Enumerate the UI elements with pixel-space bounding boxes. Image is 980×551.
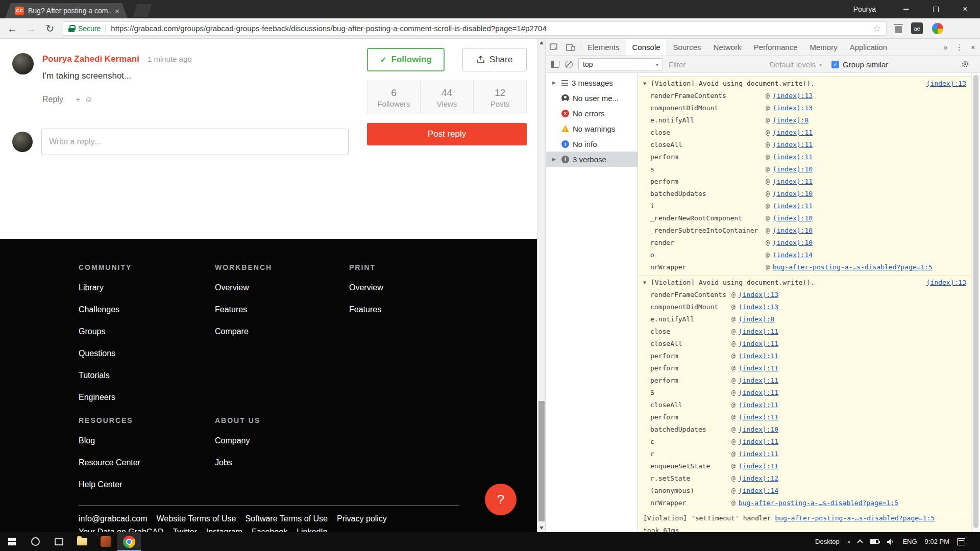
desktop-toolbar-label[interactable]: Desktop <box>815 538 840 545</box>
footer-link[interactable]: Resource Center <box>79 458 140 467</box>
cortana-button[interactable] <box>23 532 47 551</box>
refresh-button[interactable]: ↻ <box>44 23 56 34</box>
task-view-button[interactable] <box>47 532 70 551</box>
tab-network[interactable]: Network <box>707 39 748 56</box>
forward-button[interactable]: → <box>25 23 37 34</box>
reply-input[interactable] <box>41 129 349 155</box>
tab-close-icon[interactable]: × <box>115 7 119 15</box>
file-explorer-button[interactable] <box>70 532 94 551</box>
reply-link[interactable]: Reply <box>42 95 63 104</box>
source-link[interactable]: (index):14 <box>739 485 778 497</box>
footer-link[interactable]: Library <box>79 283 104 292</box>
add-reaction-button[interactable]: + ☺ <box>76 95 94 104</box>
source-link[interactable]: bug-after-posting-a-…s-disabled?page=1:5 <box>739 497 898 509</box>
source-link[interactable]: (index):11 <box>739 399 778 411</box>
footer-bottom-link[interactable]: info@grabcad.com <box>79 512 148 525</box>
footer-link[interactable]: Tutorials <box>79 371 110 380</box>
source-link[interactable]: (index):11 <box>739 325 778 338</box>
source-link[interactable]: (index):11 <box>773 139 813 151</box>
source-link[interactable]: (index):11 <box>739 436 778 448</box>
footer-bottom-link[interactable]: Software Terms of Use <box>245 512 328 525</box>
devtools-menu-icon[interactable]: ⋮ <box>952 43 966 52</box>
speaker-icon[interactable] <box>887 538 895 545</box>
footer-link[interactable]: Groups <box>79 327 105 336</box>
footer-link[interactable]: Jobs <box>215 458 232 467</box>
footer-link[interactable]: Overview <box>215 283 249 292</box>
source-link[interactable]: (index):13 <box>773 102 813 114</box>
share-button[interactable]: Share <box>462 48 527 71</box>
back-button[interactable]: ← <box>6 23 18 34</box>
device-toolbar-button[interactable] <box>562 39 579 56</box>
extension-ae-icon[interactable]: ae <box>911 22 923 34</box>
footer-bottom-link[interactable]: Website Terms of Use <box>157 512 236 525</box>
tab-console[interactable]: Console <box>626 39 667 56</box>
collapse-icon[interactable]: ▼ <box>643 78 651 90</box>
source-link[interactable]: (index):11 <box>739 338 778 350</box>
extension-color-icon[interactable] <box>932 23 943 34</box>
source-link[interactable]: (index):11 <box>773 151 813 163</box>
source-link[interactable]: (index):12 <box>739 472 778 485</box>
post-reply-button[interactable]: Post reply <box>367 123 527 145</box>
new-tab-button[interactable] <box>133 4 152 17</box>
tab-memory[interactable]: Memory <box>804 39 844 56</box>
console-scrollbar[interactable] <box>971 73 980 532</box>
source-link[interactable]: (index):13 <box>739 289 778 301</box>
expand-icon[interactable]: ▶ <box>552 80 558 85</box>
collapse-icon[interactable]: ▼ <box>643 277 651 289</box>
tab-performance[interactable]: Performance <box>748 39 804 56</box>
sidebar-item-verbose[interactable]: ▶ 3 verbose <box>546 152 638 167</box>
footer-link[interactable]: Features <box>349 305 381 314</box>
start-button[interactable] <box>0 532 23 551</box>
source-link[interactable]: (index):10 <box>739 423 778 436</box>
profile-button[interactable]: Pourya <box>853 5 876 13</box>
source-link[interactable]: (index):11 <box>739 448 778 460</box>
battery-icon[interactable] <box>870 539 879 544</box>
footer-bottom-link[interactable]: Your Data on GrabCAD <box>79 525 164 532</box>
footer-bottom-link[interactable]: Privacy policy <box>337 512 387 525</box>
url-text[interactable]: https://grabcad.com/groups/grabc​ad-grou… <box>111 24 869 33</box>
source-link[interactable]: (index):13 <box>926 277 966 289</box>
source-link[interactable]: (index):10 <box>773 224 813 237</box>
minimize-button[interactable] <box>891 0 921 18</box>
tab-sources[interactable]: Sources <box>667 39 707 56</box>
chrome-taskbar-button[interactable] <box>117 532 141 551</box>
footer-bottom-link[interactable]: Twitter <box>173 525 197 532</box>
footer-bottom-link[interactable]: Instagram <box>206 525 242 532</box>
action-center-icon[interactable] <box>957 538 965 545</box>
sidebar-item-info[interactable]: No info <box>546 136 638 152</box>
padlock-icon[interactable] <box>68 25 75 32</box>
source-link[interactable]: (index):10 <box>773 212 813 224</box>
footer-link[interactable]: Company <box>215 436 250 445</box>
group-similar-checkbox[interactable]: ✓ <box>831 61 839 68</box>
footer-bottom-link[interactable]: LinkedIn <box>297 525 328 532</box>
devtools-close-icon[interactable]: × <box>966 43 980 52</box>
sidebar-item-warnings[interactable]: No warnings <box>546 121 638 136</box>
sidebar-item-errors[interactable]: No errors <box>546 106 638 121</box>
console-filter-input[interactable] <box>669 60 753 69</box>
source-link[interactable]: (index):10 <box>773 237 813 249</box>
source-link[interactable]: bug-after-posting-a-…s-disabled?page=1:5 <box>773 261 933 273</box>
pinned-app-button[interactable] <box>94 532 117 551</box>
clear-console-icon[interactable] <box>565 61 573 68</box>
extension-trash-icon[interactable] <box>895 26 902 33</box>
console-settings-button[interactable] <box>961 60 969 68</box>
footer-link[interactable]: Blog <box>79 436 95 445</box>
sidebar-item-user-messages[interactable]: No user me... <box>546 90 638 106</box>
expand-icon[interactable]: ▶ <box>552 157 558 162</box>
source-link[interactable]: (index):11 <box>739 460 778 472</box>
more-tabs-icon[interactable]: » <box>939 43 952 52</box>
source-link[interactable]: (index):13 <box>773 90 813 102</box>
source-link[interactable]: (index):14 <box>773 249 813 261</box>
source-link[interactable]: (index):11 <box>773 127 813 139</box>
source-link[interactable]: (index):11 <box>773 200 813 212</box>
clock[interactable]: 9:02 PM <box>925 538 949 545</box>
source-link[interactable]: (index):11 <box>739 387 778 399</box>
footer-bottom-link[interactable]: Facebook <box>252 525 287 532</box>
comment-author-link[interactable]: Pourya Zahedi Kermani <box>42 54 139 64</box>
execution-context-select[interactable]: top ▾ <box>578 58 663 70</box>
desktop-toolbar-chevron-icon[interactable]: » <box>847 538 851 545</box>
browser-tab[interactable]: GC Bug? After posting a com... × <box>5 3 128 18</box>
footer-link[interactable]: Help Center <box>79 480 122 489</box>
language-indicator[interactable]: ENG <box>902 538 917 545</box>
maximize-button[interactable] <box>921 0 950 18</box>
